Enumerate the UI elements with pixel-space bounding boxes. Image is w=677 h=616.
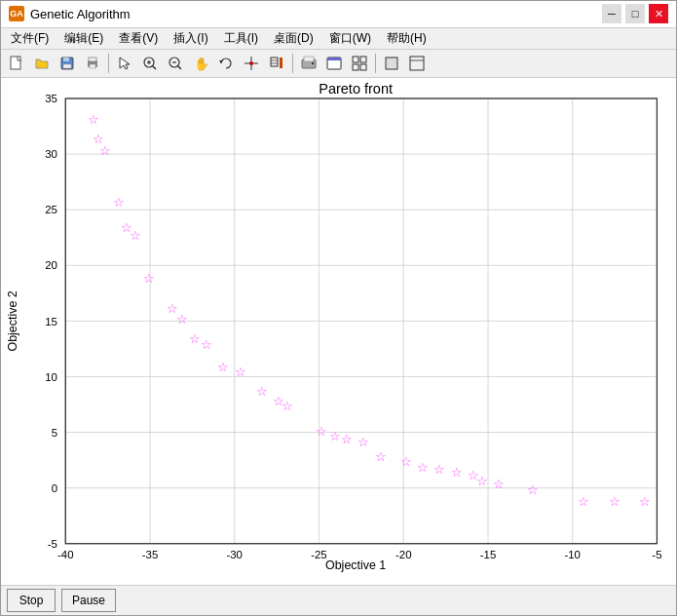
new-button[interactable] bbox=[5, 52, 28, 75]
svg-text:-25: -25 bbox=[311, 549, 327, 560]
svg-line-14 bbox=[178, 65, 182, 69]
svg-text:☆: ☆ bbox=[316, 424, 327, 439]
svg-text:5: 5 bbox=[52, 427, 57, 439]
plot-area: Pareto front Objective 1 Objective 2 -40… bbox=[5, 82, 672, 581]
svg-point-19 bbox=[249, 61, 253, 65]
toolbar: ✋ bbox=[1, 50, 676, 79]
svg-text:-10: -10 bbox=[564, 549, 581, 560]
app-icon: GA bbox=[9, 6, 24, 21]
svg-rect-20 bbox=[271, 58, 278, 66]
svg-marker-7 bbox=[120, 58, 130, 69]
square-button[interactable] bbox=[380, 52, 403, 75]
window-controls: ─ □ ✕ bbox=[602, 4, 668, 23]
svg-text:-20: -20 bbox=[395, 549, 411, 560]
pause-button[interactable]: Pause bbox=[61, 589, 116, 612]
brush-button[interactable] bbox=[265, 52, 288, 75]
svg-line-11 bbox=[153, 65, 157, 69]
svg-text:✋: ✋ bbox=[194, 56, 208, 71]
pareto-plot: Pareto front Objective 1 Objective 2 -40… bbox=[5, 82, 672, 581]
svg-rect-33 bbox=[386, 58, 397, 69]
svg-text:10: 10 bbox=[45, 371, 57, 383]
menu-item-桌面(D)[interactable]: 桌面(D) bbox=[266, 28, 321, 49]
pointer-button[interactable] bbox=[113, 52, 136, 75]
svg-text:☆: ☆ bbox=[189, 331, 201, 346]
svg-text:☆: ☆ bbox=[493, 477, 505, 491]
zoom-in-button[interactable] bbox=[138, 52, 162, 75]
svg-text:☆: ☆ bbox=[329, 429, 341, 443]
svg-rect-23 bbox=[280, 58, 282, 68]
printfig-button[interactable] bbox=[297, 52, 320, 75]
svg-text:-5: -5 bbox=[48, 538, 57, 550]
svg-text:☆: ☆ bbox=[201, 337, 212, 352]
separator-1 bbox=[108, 54, 109, 73]
svg-text:-30: -30 bbox=[226, 549, 243, 560]
menu-item-工具(I)[interactable]: 工具(I) bbox=[216, 28, 266, 49]
svg-text:☆: ☆ bbox=[99, 143, 111, 158]
separator-2 bbox=[292, 54, 293, 73]
svg-text:☆: ☆ bbox=[476, 474, 488, 488]
svg-rect-3 bbox=[63, 64, 71, 68]
menu-item-编辑(E)[interactable]: 编辑(E) bbox=[56, 28, 111, 49]
y-axis-label: Objective 2 bbox=[6, 290, 19, 351]
maximize-button[interactable]: □ bbox=[625, 4, 645, 23]
svg-text:☆: ☆ bbox=[176, 313, 188, 327]
zoom-out-button[interactable] bbox=[164, 52, 187, 75]
svg-text:-15: -15 bbox=[480, 549, 497, 560]
svg-text:-5: -5 bbox=[652, 549, 661, 560]
svg-text:☆: ☆ bbox=[88, 112, 99, 127]
svg-rect-0 bbox=[11, 57, 20, 69]
menu-item-窗口(W)[interactable]: 窗口(W) bbox=[321, 28, 379, 49]
menu-item-帮助(H)[interactable]: 帮助(H) bbox=[379, 28, 434, 49]
main-window: GA Genetic Algorithm ─ □ ✕ 文件(F)编辑(E)查看(… bbox=[0, 0, 677, 616]
svg-text:☆: ☆ bbox=[639, 494, 651, 509]
layout-button[interactable] bbox=[348, 52, 371, 75]
svg-text:☆: ☆ bbox=[609, 494, 621, 509]
menu-bar: 文件(F)编辑(E)查看(V)插入(I)工具(I)桌面(D)窗口(W)帮助(H) bbox=[1, 28, 676, 50]
menu-item-文件(F)[interactable]: 文件(F) bbox=[3, 28, 56, 49]
close-button[interactable]: ✕ bbox=[649, 4, 668, 23]
svg-text:☆: ☆ bbox=[130, 228, 141, 243]
svg-text:☆: ☆ bbox=[282, 399, 293, 413]
plot-title: Pareto front bbox=[319, 82, 393, 96]
svg-text:☆: ☆ bbox=[256, 384, 268, 399]
svg-text:☆: ☆ bbox=[375, 449, 387, 464]
svg-text:☆: ☆ bbox=[235, 366, 246, 380]
svg-text:-35: -35 bbox=[142, 549, 159, 560]
bottom-bar: Stop Pause bbox=[1, 585, 676, 615]
svg-rect-32 bbox=[360, 64, 366, 70]
svg-text:0: 0 bbox=[52, 482, 57, 494]
svg-text:☆: ☆ bbox=[417, 460, 429, 475]
window-title: Genetic Algorithm bbox=[30, 7, 131, 21]
svg-text:15: 15 bbox=[45, 316, 57, 327]
svg-rect-28 bbox=[327, 58, 341, 60]
svg-text:☆: ☆ bbox=[341, 432, 353, 446]
print-button[interactable] bbox=[81, 52, 104, 75]
svg-rect-29 bbox=[353, 57, 358, 62]
svg-text:-40: -40 bbox=[57, 549, 73, 560]
svg-rect-2 bbox=[63, 58, 69, 61]
svg-marker-16 bbox=[219, 60, 223, 63]
data-cursor-button[interactable] bbox=[240, 52, 263, 75]
svg-text:☆: ☆ bbox=[217, 360, 229, 374]
svg-text:30: 30 bbox=[45, 148, 57, 160]
svg-rect-6 bbox=[90, 64, 95, 68]
svg-point-26 bbox=[312, 62, 314, 64]
title-left: GA Genetic Algorithm bbox=[9, 6, 131, 21]
title-bar: GA Genetic Algorithm ─ □ ✕ bbox=[1, 1, 676, 28]
svg-text:☆: ☆ bbox=[527, 482, 539, 497]
stop-button[interactable]: Stop bbox=[7, 589, 56, 612]
menu-item-查看(V)[interactable]: 查看(V) bbox=[111, 28, 166, 49]
svg-text:☆: ☆ bbox=[433, 462, 445, 477]
rotate-button[interactable] bbox=[214, 52, 238, 75]
open-button[interactable] bbox=[30, 52, 54, 75]
svg-text:☆: ☆ bbox=[357, 435, 369, 449]
svg-rect-5 bbox=[89, 58, 96, 61]
minimize-button[interactable]: ─ bbox=[602, 4, 621, 23]
menu-item-插入(I)[interactable]: 插入(I) bbox=[166, 28, 215, 49]
figure-button[interactable] bbox=[322, 52, 346, 75]
svg-text:35: 35 bbox=[45, 93, 57, 104]
pan-button[interactable]: ✋ bbox=[189, 52, 212, 75]
svg-text:☆: ☆ bbox=[451, 465, 463, 480]
save-button[interactable] bbox=[56, 52, 79, 75]
panel-button[interactable] bbox=[405, 52, 429, 75]
